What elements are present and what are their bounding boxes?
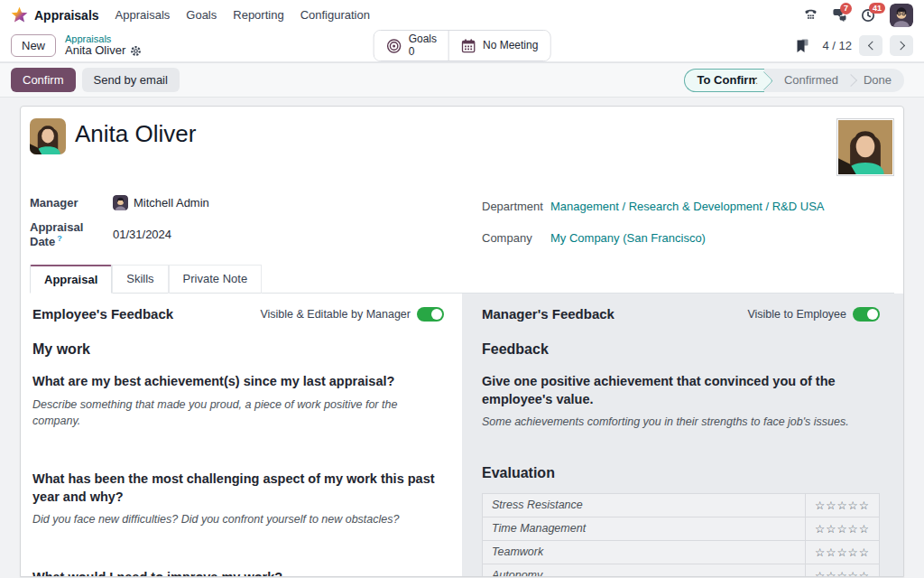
- evaluation-label-stress-resistance: Stress Resistance: [483, 493, 806, 517]
- confirm-button[interactable]: Confirm: [11, 68, 76, 92]
- breadcrumb-current: Anita Oliver: [65, 44, 125, 57]
- record-name[interactable]: Anita Oliver: [75, 120, 196, 148]
- breadcrumb: Appraisals Anita Oliver: [65, 33, 142, 57]
- status-bar: Confirm Send by email To Confirm Confirm…: [0, 62, 924, 98]
- stage-confirmed[interactable]: Confirmed: [764, 69, 851, 92]
- nav-item-appraisals[interactable]: Appraisals: [116, 8, 171, 22]
- stage-done[interactable]: Done: [851, 69, 904, 92]
- app-brand[interactable]: Appraisals: [11, 6, 99, 23]
- pager: 4 / 12: [795, 35, 913, 56]
- question-positive-achievement: Give one positive achievement that convi…: [482, 373, 880, 408]
- hint-positive-achievement[interactable]: Some achievements comforting you in thei…: [482, 414, 880, 430]
- hint-best-achievements[interactable]: Describe something that made you proud, …: [32, 396, 444, 429]
- calendar-icon: [461, 38, 476, 53]
- nav-item-goals[interactable]: Goals: [186, 8, 217, 22]
- star-rating-time-management[interactable]: ☆☆☆☆☆: [805, 517, 879, 540]
- target-icon: [386, 38, 402, 54]
- table-row: Time Management ☆☆☆☆☆: [483, 517, 880, 540]
- main-content: Anita Oliver Manager: [0, 98, 924, 577]
- tab-skills[interactable]: Skills: [112, 265, 168, 294]
- app-name[interactable]: Appraisals: [34, 8, 99, 23]
- manager-feedback-panel: Manager's Feedback Visible to Employee F…: [462, 294, 903, 576]
- my-work-heading: My work: [32, 341, 444, 358]
- voip-phone-icon[interactable]: [804, 8, 818, 22]
- star-rating-stress-resistance[interactable]: ☆☆☆☆☆: [805, 493, 879, 517]
- stage-selector: To Confirm Confirmed Done: [684, 69, 904, 92]
- evaluation-label-time-management: Time Management: [483, 517, 806, 540]
- pager-next-button[interactable]: [890, 35, 913, 56]
- department-label: Department: [482, 200, 550, 213]
- tab-appraisal[interactable]: Appraisal: [30, 265, 112, 294]
- manager-feedback-title: Manager's Feedback: [482, 306, 614, 322]
- messages-count-badge: 7: [840, 3, 852, 14]
- question-most-challenging: What has been the most challenging aspec…: [32, 471, 444, 506]
- table-row: Stress Resistance ☆☆☆☆☆: [483, 493, 880, 517]
- evaluation-label-autonomy: Autonomy: [483, 564, 806, 577]
- department-field[interactable]: Management / Research & Development / R&…: [550, 200, 894, 213]
- company-field[interactable]: My Company (San Francisco): [550, 231, 894, 245]
- meeting-label: No Meeting: [483, 40, 538, 52]
- feedback-heading: Feedback: [482, 341, 880, 358]
- send-by-email-button[interactable]: Send by email: [82, 68, 180, 92]
- hint-most-challenging[interactable]: Did you face new difficulties? Did you c…: [32, 511, 444, 527]
- bookmark-icon[interactable]: [795, 39, 809, 53]
- table-row: Teamwork ☆☆☆☆☆: [483, 540, 880, 564]
- manager-value: Mitchell Admin: [134, 196, 209, 210]
- top-navbar: Appraisals Appraisals Goals Reporting Co…: [0, 0, 924, 30]
- field-group-left: Manager Mitchell Admin Appraisal: [30, 195, 462, 248]
- manager-label: Manager: [30, 196, 113, 210]
- goals-value: 0: [409, 45, 415, 58]
- goals-label: Goals: [409, 33, 437, 45]
- pager-counter: 4 / 12: [822, 39, 852, 52]
- star-rating-autonomy[interactable]: ☆☆☆☆☆: [805, 564, 879, 577]
- stage-to-confirm[interactable]: To Confirm: [684, 69, 764, 92]
- meeting-stat-button[interactable]: No Meeting: [448, 31, 550, 61]
- evaluation-heading: Evaluation: [482, 465, 880, 481]
- manager-field[interactable]: Mitchell Admin: [113, 195, 462, 210]
- appraisals-logo-icon: [11, 6, 28, 23]
- evaluation-table: Stress Resistance ☆☆☆☆☆ Time Management …: [482, 493, 880, 577]
- help-icon[interactable]: ?: [57, 234, 62, 243]
- nav-item-reporting[interactable]: Reporting: [233, 8, 283, 22]
- user-avatar[interactable]: [890, 4, 913, 27]
- messages-icon[interactable]: 7: [832, 8, 846, 22]
- employee-avatar[interactable]: [30, 118, 66, 154]
- new-button[interactable]: New: [11, 34, 56, 57]
- question-improve-work: What would I need to improve my work?: [32, 569, 444, 577]
- employee-feedback-title: Employee's Feedback: [32, 306, 173, 322]
- manager-visibility-toggle[interactable]: [853, 307, 880, 322]
- evaluation-label-teamwork: Teamwork: [483, 540, 806, 564]
- employee-visibility-label: Visible & Editable by Manager: [260, 308, 411, 321]
- form-sheet: Anita Oliver Manager: [20, 106, 904, 577]
- control-panel: New Appraisals Anita Oliver Goals 0: [0, 30, 924, 62]
- employee-visibility-toggle[interactable]: [417, 307, 444, 322]
- pager-previous-button[interactable]: [859, 35, 882, 56]
- employee-feedback-panel: Employee's Feedback Visible & Editable b…: [21, 294, 462, 576]
- chevron-right-icon: [896, 42, 905, 51]
- activities-count-badge: 41: [869, 3, 885, 14]
- company-label: Company: [482, 231, 550, 245]
- manager-visibility-label: Visible to Employee: [747, 308, 846, 321]
- notebook-tabs: Appraisal Skills Private Note: [30, 264, 894, 294]
- appraisal-date-field[interactable]: 01/31/2024: [113, 228, 462, 241]
- gear-icon[interactable]: [130, 45, 142, 57]
- employee-photo[interactable]: [836, 118, 894, 176]
- appraisal-date-label: Appraisal Date?: [30, 220, 113, 248]
- question-best-achievements: What are my best achievement(s) since my…: [32, 373, 444, 391]
- chevron-left-icon: [867, 42, 876, 51]
- table-row: Autonomy ☆☆☆☆☆: [483, 564, 880, 577]
- field-group-right: Department Management / Research & Devel…: [462, 195, 894, 248]
- star-rating-teamwork[interactable]: ☆☆☆☆☆: [805, 540, 879, 564]
- goals-stat-button[interactable]: Goals 0: [374, 31, 448, 61]
- nav-item-configuration[interactable]: Configuration: [300, 8, 370, 22]
- stat-buttons: Goals 0 No Meeting: [374, 30, 551, 62]
- manager-avatar: [113, 195, 128, 210]
- activities-clock-icon[interactable]: 41: [861, 8, 875, 23]
- tab-private-note[interactable]: Private Note: [169, 265, 263, 294]
